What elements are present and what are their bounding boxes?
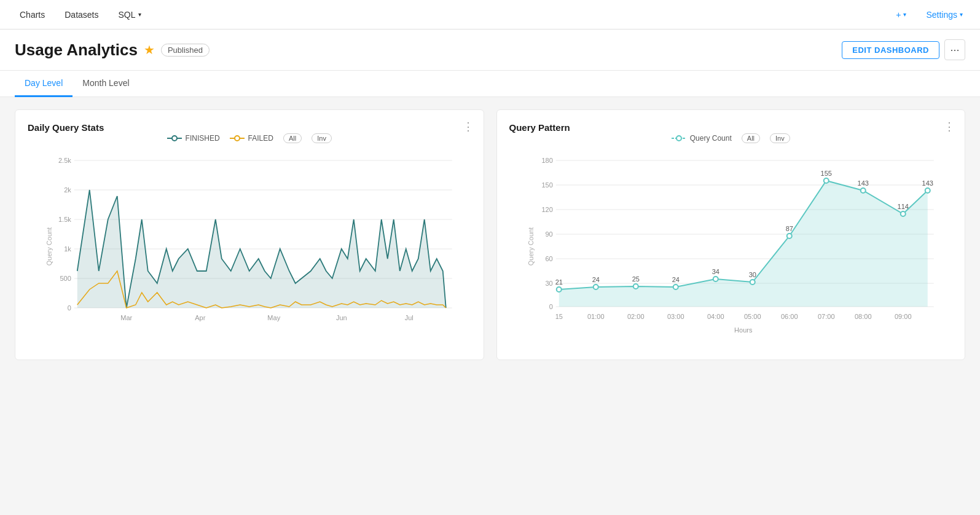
svg-point-1: [172, 136, 177, 141]
dp-0500: [750, 280, 755, 285]
svg-text:180: 180: [541, 157, 552, 164]
svg-text:0: 0: [549, 303, 552, 310]
label-155: 155: [820, 170, 831, 177]
svg-text:06:00: 06:00: [780, 313, 798, 320]
svg-text:150: 150: [541, 181, 552, 189]
svg-point-23: [676, 136, 681, 141]
svg-text:500: 500: [60, 275, 71, 282]
edit-dashboard-button[interactable]: EDIT DASHBOARD: [842, 41, 939, 59]
query-chart-menu-icon[interactable]: ⋮: [944, 120, 955, 133]
failed-legend-item: FAILED: [230, 134, 273, 143]
svg-text:2.5k: 2.5k: [58, 157, 71, 164]
star-icon[interactable]: ★: [144, 42, 155, 57]
svg-text:90: 90: [545, 230, 552, 238]
svg-text:0: 0: [68, 304, 71, 312]
nav-item-sql[interactable]: SQL ▾: [108, 0, 151, 29]
chevron-down-icon: ▾: [138, 11, 141, 18]
daily-query-stats-title: Daily Query Stats: [28, 122, 104, 133]
svg-text:Mar: Mar: [120, 314, 132, 321]
svg-text:03:00: 03:00: [667, 313, 684, 320]
svg-text:08:00: 08:00: [854, 313, 871, 320]
dashboard-title-area: Usage Analytics ★ Published: [15, 41, 210, 60]
svg-text:Hours: Hours: [734, 326, 753, 334]
query-pattern-chart-container: Query Count 180 150 120 90 60 30 0 15 0: [509, 148, 953, 347]
query-pattern-card: Query Pattern ⋮ Query Count All Inv Quer…: [496, 109, 966, 360]
label-143b: 143: [922, 179, 933, 187]
query-count-legend-item: Query Count: [672, 134, 732, 143]
query-pattern-title: Query Pattern: [509, 122, 570, 133]
dp-0100: [593, 285, 598, 289]
svg-text:Jun: Jun: [336, 314, 347, 321]
nav-item-datasets[interactable]: Datasets: [55, 0, 108, 29]
query-count-legend-line: [672, 135, 686, 142]
svg-text:04:00: 04:00: [707, 313, 724, 320]
chevron-down-icon: ▾: [903, 11, 906, 18]
nav-links: Charts Datasets SQL ▾: [10, 0, 888, 29]
finished-legend-item: FINISHED: [167, 134, 220, 143]
svg-text:Apr: Apr: [195, 314, 205, 321]
label-34: 34: [711, 268, 719, 275]
svg-text:60: 60: [545, 255, 552, 262]
more-icon: ···: [950, 44, 959, 57]
dp-15: [556, 287, 561, 292]
failed-legend-line: [230, 135, 245, 142]
label-24a: 24: [592, 276, 599, 283]
dp-0300: [673, 285, 678, 289]
main-content: Daily Query Stats ⋮ FINISHED FAILED All …: [0, 97, 980, 372]
svg-text:2k: 2k: [64, 186, 71, 194]
published-badge: Published: [161, 44, 210, 57]
query-inv-badge[interactable]: Inv: [770, 133, 790, 143]
add-button[interactable]: + ▾: [888, 6, 914, 23]
dashboard-header: Usage Analytics ★ Published EDIT DASHBOA…: [0, 29, 980, 71]
daily-chart-legend: FINISHED FAILED All Inv: [28, 133, 471, 143]
query-count-area: [559, 181, 927, 307]
query-all-badge[interactable]: All: [742, 133, 760, 143]
chevron-down-icon: ▾: [960, 11, 963, 18]
tab-day-level[interactable]: Day Level: [15, 71, 73, 97]
daily-query-stats-card: Daily Query Stats ⋮ FINISHED FAILED All …: [15, 109, 484, 360]
svg-point-3: [235, 136, 240, 141]
more-options-button[interactable]: ···: [944, 39, 965, 60]
query-pattern-legend: Query Count All Inv: [509, 133, 953, 143]
svg-text:Query Count: Query Count: [527, 227, 534, 265]
nav-right: + ▾ Settings ▾: [888, 6, 970, 23]
label-87: 87: [785, 225, 793, 232]
header-actions: EDIT DASHBOARD ···: [842, 39, 965, 60]
tabs-bar: Day Level Month Level: [0, 71, 980, 97]
daily-all-badge[interactable]: All: [283, 133, 302, 143]
daily-chart-svg: Query Count 2.5k 2k 1.5k 1k 500 0 Mar Ap…: [28, 148, 471, 345]
svg-text:120: 120: [541, 206, 552, 213]
dp-0600: [786, 234, 791, 238]
daily-chart-menu-icon[interactable]: ⋮: [463, 120, 474, 133]
dashboard-title: Usage Analytics: [15, 41, 138, 60]
svg-text:30: 30: [545, 280, 552, 287]
svg-text:01:00: 01:00: [587, 313, 604, 320]
svg-text:07:00: 07:00: [817, 313, 834, 320]
label-24b: 24: [672, 276, 679, 283]
label-114: 114: [897, 203, 908, 210]
tab-month-level[interactable]: Month Level: [73, 71, 139, 97]
daily-chart-container: Query Count 2.5k 2k 1.5k 1k 500 0 Mar Ap…: [28, 148, 471, 347]
nav-item-charts[interactable]: Charts: [10, 0, 55, 29]
settings-button[interactable]: Settings ▾: [919, 6, 970, 23]
dp-0400: [713, 277, 718, 281]
top-navigation: Charts Datasets SQL ▾ + ▾ Settings ▾: [0, 0, 980, 29]
daily-inv-badge[interactable]: Inv: [312, 133, 332, 143]
label-30: 30: [748, 271, 756, 278]
finished-legend-line: [167, 135, 182, 142]
dp-0900: [900, 211, 905, 216]
query-pattern-svg: Query Count 180 150 120 90 60 30 0 15 0: [509, 148, 953, 345]
label-143a: 143: [857, 179, 868, 187]
svg-text:1k: 1k: [64, 245, 71, 253]
svg-text:Query Count: Query Count: [45, 227, 53, 265]
dp-end: [925, 188, 930, 193]
svg-text:15: 15: [555, 313, 562, 320]
dp-0200: [633, 284, 638, 289]
svg-text:Jul: Jul: [405, 314, 414, 321]
dp-0700: [823, 178, 828, 183]
svg-text:05:00: 05:00: [743, 313, 761, 320]
dp-0800: [860, 188, 865, 193]
svg-text:09:00: 09:00: [894, 313, 911, 320]
svg-text:May: May: [267, 314, 280, 321]
svg-text:1.5k: 1.5k: [58, 216, 71, 223]
